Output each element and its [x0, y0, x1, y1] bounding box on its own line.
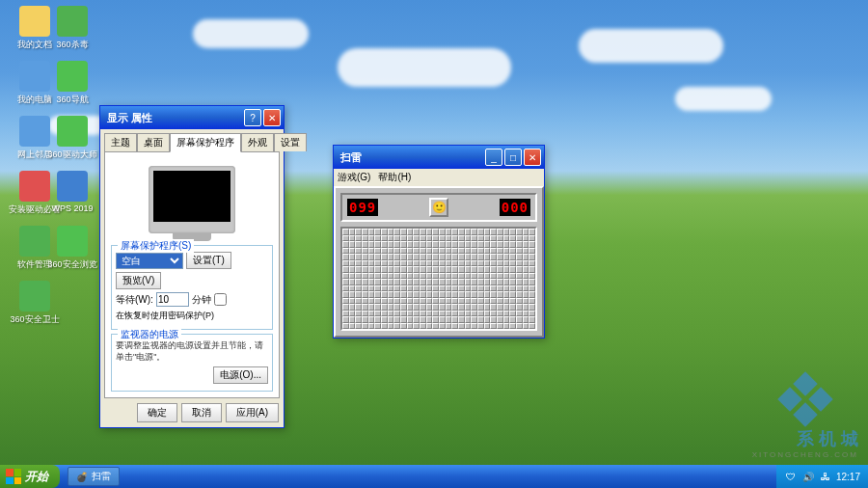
mine-cell[interactable] [503, 323, 510, 330]
mine-cell[interactable] [342, 323, 349, 330]
icon-label: 360驱动大师 [47, 149, 96, 161]
desktop-icon[interactable]: 360驱动大师 [43, 116, 101, 169]
menu-bar: 游戏(G) 帮助(H) [334, 169, 544, 186]
mine-cell[interactable] [368, 323, 375, 330]
desktop-icon[interactable]: 360导航 [43, 61, 101, 114]
help-button[interactable]: ? [244, 109, 261, 126]
mine-cell[interactable] [362, 323, 368, 330]
monitor-power-label: 监视器的电源 [118, 328, 181, 341]
start-label: 开始 [25, 469, 48, 485]
time-counter: 000 [500, 199, 530, 216]
desktop-icon[interactable]: 360安全浏览 [43, 226, 101, 279]
start-button[interactable]: 开始 [0, 465, 60, 488]
tab-4[interactable]: 设置 [274, 133, 307, 151]
close-button[interactable]: ✕ [524, 149, 541, 166]
taskbar-item-minesweeper[interactable]: 💣 扫雷 [68, 467, 120, 486]
icon-label: 360杀毒 [56, 39, 88, 51]
tray-network-icon[interactable]: 🖧 [819, 470, 832, 483]
tab-1[interactable]: 桌面 [137, 133, 170, 151]
mine-cell[interactable] [529, 323, 535, 330]
clock[interactable]: 12:17 [836, 472, 860, 482]
mine-cell[interactable] [458, 323, 465, 330]
close-button[interactable]: ✕ [263, 109, 281, 126]
tab-panel-screensaver: 屏幕保护程序(S) 空白 设置(T) 预览(V) 等待(W): 分钟 在恢复时使… [104, 151, 280, 398]
mine-cell[interactable] [426, 323, 433, 330]
taskbar: 开始 💣 扫雷 🛡 🔊 🖧 12:17 [0, 465, 868, 488]
mine-icon: 💣 [76, 472, 88, 482]
power-button[interactable]: 电源(O)... [213, 366, 268, 384]
app-icon [19, 281, 50, 312]
tray-shield-icon[interactable]: 🛡 [784, 470, 798, 483]
desktop-icon[interactable]: 360安全卫士 [6, 281, 64, 334]
mine-cell[interactable] [381, 323, 388, 330]
mine-cell[interactable] [490, 323, 497, 330]
mine-cell[interactable] [349, 323, 356, 330]
mine-cell[interactable] [420, 323, 426, 330]
desktop-icon[interactable]: WPS 2019 [43, 171, 101, 224]
app-icon [57, 61, 88, 92]
watermark: 系 机 城 XITONGCHENG.COM [752, 375, 858, 459]
desktop-icon[interactable]: 360杀毒 [43, 6, 101, 59]
window-title: 扫雷 [337, 150, 485, 165]
mine-cell[interactable] [477, 323, 484, 330]
desktop[interactable]: 我的文档我的电脑网上邻居安装驱动必看软件管理360安全卫士 360杀毒360导航… [0, 0, 868, 488]
mine-cell[interactable] [432, 323, 439, 330]
maximize-button[interactable]: □ [504, 149, 522, 166]
screensaver-settings-button[interactable]: 设置(T) [186, 252, 231, 269]
minesweeper-window: 扫雷 _ □ ✕ 游戏(G) 帮助(H) 099 🙂 000 [333, 145, 545, 339]
screensaver-select[interactable]: 空白 [116, 253, 183, 269]
mine-cell[interactable] [374, 323, 381, 330]
mine-cell[interactable] [497, 323, 503, 330]
password-protect-label: 在恢复时使用密码保护(P) [116, 310, 214, 322]
power-note: 要调整监视器的电源设置并且节能，请单击"电源"。 [116, 340, 268, 363]
menu-game[interactable]: 游戏(G) [338, 171, 370, 184]
icon-label: 360导航 [56, 94, 88, 106]
tray-volume-icon[interactable]: 🔊 [801, 470, 815, 483]
mine-cell[interactable] [446, 323, 452, 330]
windows-logo-icon [6, 469, 21, 484]
display-properties-window: 显示 属性 ? ✕ 主题桌面屏幕保护程序外观设置 屏幕保护程序(S) 空白 设置… [99, 105, 285, 428]
icon-label: 360安全浏览 [47, 258, 96, 271]
tab-2[interactable]: 屏幕保护程序 [170, 133, 241, 152]
mine-cell[interactable] [400, 323, 407, 330]
mine-cell[interactable] [407, 323, 414, 330]
mine-cell[interactable] [484, 323, 491, 330]
mine-cell[interactable] [439, 323, 446, 330]
mine-cell[interactable] [471, 323, 477, 330]
password-protect-checkbox[interactable] [214, 293, 227, 306]
app-icon [57, 226, 88, 257]
reset-face-button[interactable]: 🙂 [429, 198, 448, 217]
mine-cell[interactable] [509, 323, 516, 330]
tab-3[interactable]: 外观 [241, 133, 274, 151]
screensaver-preview-button[interactable]: 预览(V) [116, 272, 161, 289]
mine-cell[interactable] [388, 323, 394, 330]
app-icon [57, 171, 88, 202]
tab-0[interactable]: 主题 [104, 133, 137, 151]
wait-label: 等待(W): [116, 293, 153, 307]
mine-cell[interactable] [393, 323, 400, 330]
ok-button[interactable]: 确定 [137, 403, 177, 422]
apply-button[interactable]: 应用(A) [226, 403, 279, 422]
mine-cell[interactable] [465, 323, 472, 330]
wait-minutes-input[interactable] [156, 292, 189, 307]
menu-help[interactable]: 帮助(H) [378, 171, 411, 184]
mine-cell[interactable] [355, 323, 362, 330]
mine-cell[interactable] [516, 323, 523, 330]
watermark-text: 系 机 城 [752, 427, 858, 450]
tab-strip: 主题桌面屏幕保护程序外观设置 [100, 129, 284, 151]
mine-cell[interactable] [413, 323, 420, 330]
mine-cell[interactable] [523, 323, 529, 330]
watermark-url: XITONGCHENG.COM [752, 450, 858, 459]
cancel-button[interactable]: 取消 [181, 403, 222, 422]
minimize-button[interactable]: _ [485, 149, 502, 166]
mine-counter: 099 [347, 199, 378, 216]
titlebar[interactable]: 显示 属性 ? ✕ [100, 106, 284, 129]
minefield [340, 227, 537, 331]
mine-cell[interactable] [451, 323, 458, 330]
monitor-preview [111, 158, 273, 241]
icon-label: WPS 2019 [51, 203, 93, 213]
wait-unit: 分钟 [192, 293, 211, 307]
app-icon [57, 6, 88, 37]
system-tray[interactable]: 🛡 🔊 🖧 12:17 [776, 465, 868, 488]
titlebar[interactable]: 扫雷 _ □ ✕ [334, 146, 544, 169]
